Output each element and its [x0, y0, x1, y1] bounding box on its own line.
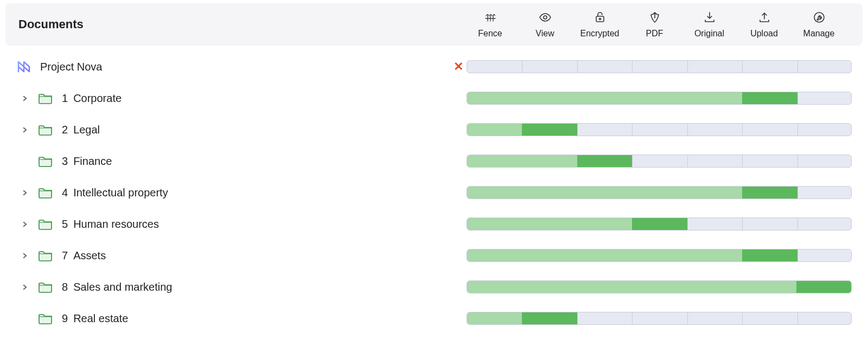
perm-segment-light [467, 249, 742, 261]
item-number: 8 [62, 281, 68, 293]
perm-segment-dark [742, 92, 797, 104]
column-fence[interactable]: Fence [463, 11, 518, 39]
column-label: Encrypted [580, 29, 619, 39]
column-encrypted[interactable]: Encrypted [572, 11, 627, 39]
expand-toggle[interactable] [20, 93, 29, 103]
tree-row[interactable]: 5Human resources [5, 208, 863, 240]
permission-bar[interactable] [467, 186, 852, 199]
folder-icon [38, 122, 53, 137]
denied-icon: ✕ [450, 60, 467, 74]
eye-icon [539, 11, 552, 27]
wrench-icon [813, 11, 826, 27]
tree-rows: Project Nova✕1Corporate2Legal3Finance4In… [0, 51, 868, 340]
perm-segment-light [467, 124, 522, 136]
column-upload[interactable]: Upload [737, 11, 792, 39]
folder-icon [38, 153, 53, 169]
perm-segment-dark [742, 249, 797, 261]
column-original[interactable]: Original [682, 11, 737, 39]
tree-row[interactable]: 8Sales and marketing [5, 271, 863, 303]
tree-row[interactable]: Project Nova✕ [5, 51, 863, 82]
perm-segment-light [467, 218, 632, 230]
folder-icon [38, 91, 53, 106]
perm-segment-dark [522, 124, 577, 136]
item-name[interactable]: 5Human resources [62, 218, 159, 231]
permission-bar[interactable] [467, 155, 852, 168]
perm-segment-light [467, 187, 742, 199]
expand-toggle[interactable] [20, 125, 29, 135]
item-label: Sales and marketing [73, 281, 172, 293]
svg-point-2 [599, 18, 601, 20]
permission-bar[interactable] [467, 312, 852, 325]
item-name[interactable]: 8Sales and marketing [62, 281, 172, 293]
perm-segment-light [467, 281, 796, 293]
item-label: Legal [73, 124, 100, 136]
item-label: Assets [73, 249, 106, 262]
perm-segment-dark [522, 312, 577, 324]
column-label: Manage [803, 29, 835, 39]
perm-segment-light [467, 92, 742, 104]
svg-point-0 [544, 16, 547, 19]
item-number: 3 [62, 155, 68, 168]
item-label: Intellectual property [73, 187, 168, 199]
lock-icon [593, 11, 607, 27]
folder-icon [38, 248, 53, 263]
permission-bar[interactable] [467, 60, 852, 73]
item-number: 1 [62, 92, 68, 105]
item-number: 7 [62, 249, 68, 262]
item-name[interactable]: 3Finance [62, 155, 112, 168]
folder-icon [38, 185, 53, 200]
item-name[interactable]: Project Nova [40, 61, 103, 73]
perm-segment-light [467, 155, 577, 167]
svg-rect-1 [596, 16, 604, 22]
column-pdf[interactable]: PDF [627, 11, 682, 39]
item-label: Project Nova [40, 61, 103, 73]
tree-row[interactable]: 3Finance [5, 145, 863, 177]
upload-tray-icon [758, 11, 771, 27]
item-name[interactable]: 7Assets [62, 249, 106, 262]
item-label: Finance [73, 155, 112, 168]
folder-icon [38, 216, 53, 232]
item-number: 2 [62, 124, 68, 136]
expand-toggle[interactable] [20, 219, 29, 229]
folder-icon [38, 279, 53, 295]
item-name[interactable]: 2Legal [62, 124, 100, 136]
pdf-icon [648, 11, 661, 27]
fence-icon [484, 11, 497, 27]
perm-segment-dark [577, 155, 632, 167]
permission-bar[interactable] [467, 123, 852, 136]
download-tray-icon [703, 11, 716, 27]
perm-segment-dark [796, 281, 851, 293]
permission-bar[interactable] [467, 217, 852, 231]
permission-bar[interactable] [467, 249, 852, 262]
item-label: Human resources [73, 218, 159, 231]
tree-row[interactable]: 9Real estate [5, 303, 863, 334]
perm-segment-light [467, 312, 522, 324]
item-label: Corporate [73, 92, 122, 105]
item-name[interactable]: 1Corporate [62, 92, 122, 105]
permission-bar[interactable] [467, 280, 852, 293]
tree-row[interactable]: 7Assets [5, 240, 863, 271]
column-label: View [535, 29, 554, 39]
column-view[interactable]: View [518, 11, 572, 39]
column-manage[interactable]: Manage [792, 11, 846, 39]
column-label: Upload [750, 29, 778, 39]
expand-toggle[interactable] [20, 282, 29, 292]
tree-row[interactable]: 1Corporate [5, 82, 863, 114]
column-label: PDF [646, 29, 663, 39]
documents-header: Documents Fence View Encrypted PDF [5, 3, 863, 46]
item-name[interactable]: 4Intellectual property [62, 187, 168, 199]
expand-toggle[interactable] [20, 188, 29, 197]
item-name[interactable]: 9Real estate [62, 312, 128, 325]
tree-row[interactable]: 4Intellectual property [5, 177, 863, 208]
perm-segment-dark [742, 187, 797, 199]
tree-row[interactable]: 2Legal [5, 114, 863, 145]
project-logo-icon [16, 59, 31, 74]
item-number: 9 [62, 312, 68, 325]
column-label: Original [694, 29, 724, 39]
item-number: 5 [62, 218, 68, 231]
expand-toggle[interactable] [20, 251, 29, 260]
item-label: Real estate [73, 312, 128, 325]
permission-columns: Fence View Encrypted PDF Original [463, 11, 857, 39]
permission-bar[interactable] [467, 92, 852, 105]
column-label: Fence [478, 29, 502, 39]
